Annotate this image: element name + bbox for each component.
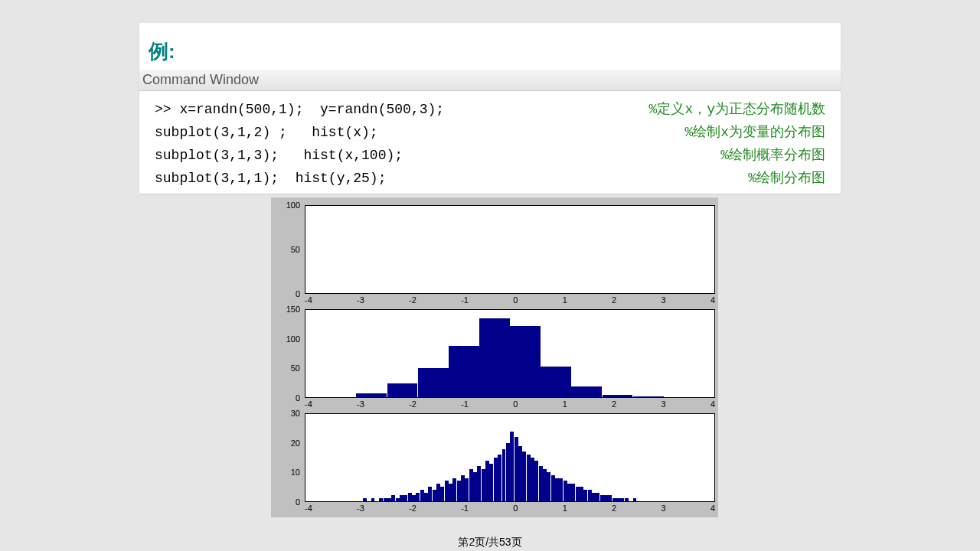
code-line: >> x=randn(500,1); y=randn(500,3);%定义x，y…: [155, 97, 825, 120]
code-block: >> x=randn(500,1); y=randn(500,3);%定义x，y…: [139, 91, 841, 194]
subplot-1: 050100 -4-3-2-101234: [274, 205, 715, 305]
subplot-3: 0102030 -4-3-2-101234: [274, 413, 715, 513]
code-line: subplot(3,1,1); hist(y,25);%绘制分布图: [155, 166, 825, 189]
slide-card: 例: Command Window >> x=randn(500,1); y=r…: [139, 23, 841, 194]
code-line: subplot(3,1,3); hist(x,100);%绘制概率分布图: [155, 143, 825, 166]
example-heading: 例:: [139, 23, 841, 65]
page-indicator: 第2页/共53页: [458, 536, 521, 549]
subplot-2: 050100150 -4-3-2-101234: [274, 309, 715, 409]
figure-panel: 050100 -4-3-2-101234 050100150 -4-3-2-10…: [271, 197, 718, 517]
command-window-title: Command Window: [139, 70, 841, 91]
code-line: subplot(3,1,2) ; hist(x);%绘制x为变量的分布图: [155, 120, 825, 143]
